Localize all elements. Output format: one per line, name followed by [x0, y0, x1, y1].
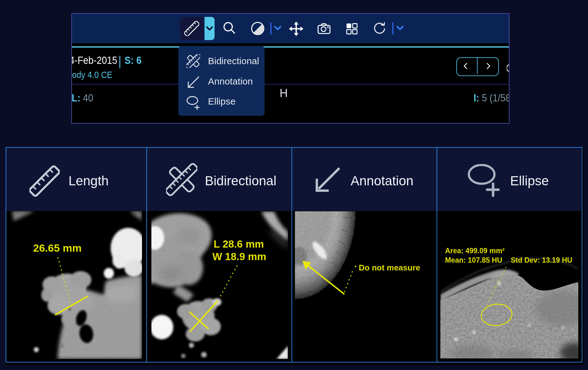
svg-text:W 18.9 mm: W 18.9 mm	[212, 251, 266, 262]
svg-text:L 28.6 mm: L 28.6 mm	[214, 238, 264, 250]
svg-text:Do not measure: Do not measure	[359, 263, 420, 272]
svg-text:Std Dev: 13.19 HU: Std Dev: 13.19 HU	[511, 256, 572, 264]
svg-text:Area: 499.09 mm²: Area: 499.09 mm²	[445, 247, 505, 255]
svg-text:26.65 mm: 26.65 mm	[33, 242, 82, 254]
svg-text:Mean: 107.85 HU: Mean: 107.85 HU	[445, 256, 502, 264]
